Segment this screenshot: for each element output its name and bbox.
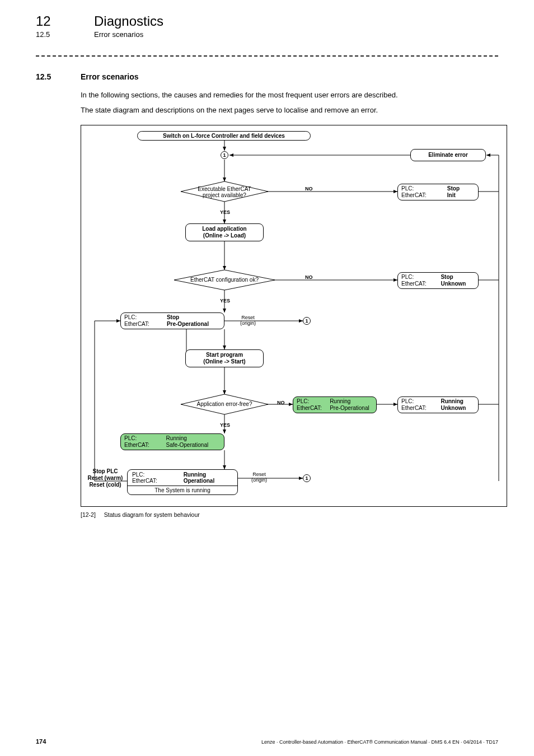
state-running-operational: PLC: Running EtherCAT: Operational The S… bbox=[127, 469, 238, 495]
state-stop-preop: PLC: Stop EtherCAT: Pre-Operational bbox=[120, 312, 224, 329]
connector-1b: 1 bbox=[303, 317, 311, 325]
state-value: Running bbox=[330, 398, 373, 405]
state-label: EtherCAT: bbox=[124, 321, 161, 328]
footer-line: Lenze · Controller-based Automation · Et… bbox=[261, 739, 498, 745]
chapter-number: 12 bbox=[36, 13, 67, 29]
state-value: Operational bbox=[184, 478, 233, 484]
state-stop-init: PLC: Stop EtherCAT: Init bbox=[397, 184, 479, 200]
label-no-3: NO bbox=[277, 400, 285, 405]
state-label: PLC: bbox=[401, 185, 442, 192]
state-value: Running bbox=[441, 398, 475, 405]
state-label: EtherCAT: bbox=[401, 405, 435, 412]
state-label: PLC: bbox=[401, 398, 435, 405]
state-label: EtherCAT: bbox=[401, 192, 442, 199]
decision-project-available: Executable EtherCAT project available? bbox=[192, 186, 257, 198]
state-value: Pre-Operational bbox=[330, 405, 373, 412]
state-label: EtherCAT: bbox=[132, 478, 176, 484]
label-yes-3: YES bbox=[220, 422, 230, 428]
label-yes-2: YES bbox=[220, 298, 230, 304]
state-value: Stop bbox=[441, 274, 475, 281]
state-running-safeop: PLC: Running EtherCAT: Safe-Operational bbox=[120, 433, 224, 450]
chapter-title: Diagnostics bbox=[94, 13, 163, 29]
state-label: PLC: bbox=[124, 435, 162, 442]
state-value: Stop bbox=[167, 314, 221, 321]
section-number-header: 12.5 bbox=[36, 30, 67, 39]
section-title-header: Error scenarios bbox=[94, 30, 143, 39]
state-value: Safe-Operational bbox=[166, 442, 221, 449]
state-label: PLC: bbox=[297, 398, 325, 405]
state-value: Running bbox=[184, 472, 233, 478]
section-number: 12.5 bbox=[36, 72, 67, 81]
paragraph-1: In the following sections, the causes an… bbox=[81, 89, 498, 102]
node-start: Switch on L-force Controller and field d… bbox=[137, 131, 311, 141]
state-diagram: Switch on L-force Controller and field d… bbox=[81, 125, 507, 507]
label-no-2: NO bbox=[305, 274, 313, 280]
label-reset-origin-1: Reset (origin) bbox=[240, 315, 256, 326]
page-number: 174 bbox=[36, 738, 46, 745]
paragraph-2: The state diagram and descriptions on th… bbox=[81, 104, 498, 117]
state-value: Pre-Operational bbox=[167, 321, 221, 328]
state-label: EtherCAT: bbox=[124, 442, 162, 449]
label-yes-1: YES bbox=[220, 209, 230, 215]
state-value: Init bbox=[447, 192, 475, 199]
node-start-program: Start program (Online -> Start) bbox=[185, 349, 264, 367]
label-no-1: NO bbox=[305, 186, 313, 192]
state-value: Unknown bbox=[441, 281, 475, 287]
state-label: EtherCAT: bbox=[297, 405, 325, 412]
separator bbox=[36, 55, 498, 57]
section-title: Error scenarios bbox=[81, 72, 139, 81]
decision-app-error-free: Application error-free? bbox=[192, 401, 257, 407]
state-running-preop: PLC: Running EtherCAT: Pre-Operational bbox=[293, 396, 377, 413]
node-eliminate-error: Eliminate error bbox=[410, 149, 486, 161]
state-value: Stop bbox=[447, 185, 475, 192]
node-load-application: Load application (Online -> Load) bbox=[185, 223, 264, 241]
state-value: Running bbox=[166, 435, 221, 442]
state-stop-unknown: PLC: Stop EtherCAT: Unknown bbox=[397, 272, 479, 289]
label-reset-origin-2: Reset (origin) bbox=[251, 472, 267, 483]
state-running-unknown: PLC: Running EtherCAT: Unknown bbox=[397, 396, 479, 413]
label-stop-reset: Stop PLC Reset (warm) Reset (cold) bbox=[86, 468, 125, 488]
figure-caption: [12-2] Status diagram for system behavio… bbox=[81, 511, 498, 518]
caption-text: Status diagram for system behaviour bbox=[104, 511, 200, 518]
state-value: Unknown bbox=[441, 405, 475, 412]
connector-1: 1 bbox=[221, 151, 228, 159]
state-label: EtherCAT: bbox=[401, 281, 435, 287]
state-label: PLC: bbox=[124, 314, 161, 321]
connector-1c: 1 bbox=[303, 474, 311, 482]
state-label: PLC: bbox=[401, 274, 435, 281]
decision-config-ok: EtherCAT configuration ok? bbox=[184, 277, 265, 283]
state-label: PLC: bbox=[132, 472, 176, 478]
label-system-running: The System is running bbox=[128, 486, 237, 494]
caption-id: [12-2] bbox=[81, 511, 96, 518]
